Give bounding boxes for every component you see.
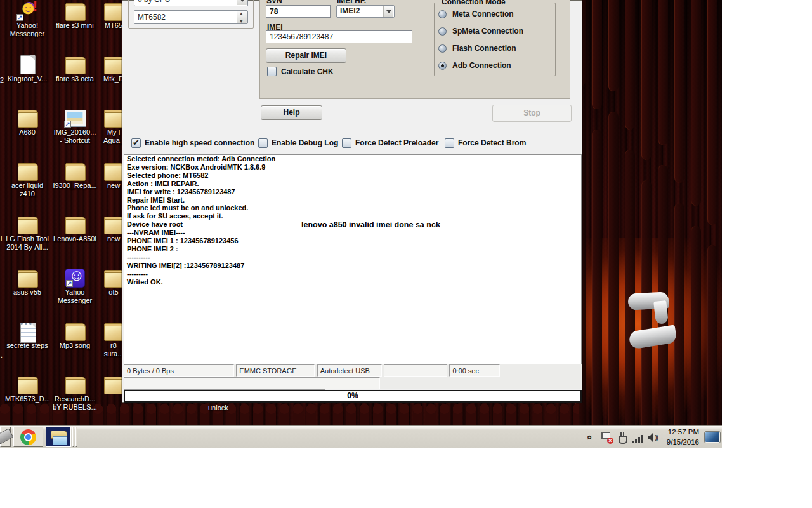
desktop-icon-label: IMG_20160... - Shortcut [53,128,97,145]
desktop-icon[interactable]: Yahoo! Messenger [5,2,49,38]
desktop-icon-label: Yahoo! Messenger [5,22,49,38]
tray-icon[interactable] [632,432,644,443]
desktop-icon-label: Mp3 song [53,342,97,350]
desktop-icon[interactable]: flare s3 octa [53,55,97,83]
desktop-icon-glyph [63,109,86,128]
spinner-arrows-icon[interactable] [237,11,247,23]
dropdown-arrow-icon[interactable] [383,6,393,17]
taskbar-stacked-window-edge[interactable] [75,427,77,447]
tray-icon[interactable] [600,432,612,443]
desktop-icon[interactable]: ResearchD... bY RUBELS... [53,375,97,411]
desktop-icon-label: asus v55 [5,288,49,297]
imei-panel: SVN 78 IMEI HF. IMEI2 IMEI 1234567891234… [259,0,570,99]
log-line: ---------- [124,253,581,262]
desktop-icon[interactable]: asus v55 [5,269,49,297]
phone-model-spinner[interactable]: MT6582 [134,10,248,24]
desktop-icon-label: Yahoo Messenger [53,288,97,305]
taskbar-explorer-button[interactable] [46,427,71,447]
imei-hf-label: IMEI HF. [337,0,366,5]
tray-icons: )) [582,432,662,443]
svn-input[interactable]: 78 [266,5,331,18]
imei-input[interactable]: 123456789123487 [266,30,412,43]
desktop-icon-glyph [63,322,86,341]
imei-hf-dropdown[interactable]: IMEI2 [336,5,395,18]
desktop-icon[interactable]: acer liquid z410 [5,162,49,198]
desktop-icon-glyph [63,375,86,394]
desktop-icon-glyph [16,322,39,341]
folder-window-icon [53,436,67,445]
calculate-chk-checkbox[interactable] [267,67,277,76]
log-line: Writed OK. [124,278,581,286]
checkbox-icon [258,138,268,148]
shortcut-arrow-icon [64,121,71,128]
radio-label: SpMeta Connection [452,27,523,36]
cpu-order-dropdown-value: 0 by CPU [138,0,170,4]
checkbox-icon [131,138,141,148]
desktop-icon[interactable]: Lenovo-A850i [53,215,97,243]
log-line: If ask for SU acces, accept it. [124,212,581,220]
status-cell: 0:00 sec [449,364,500,377]
option-checkbox[interactable]: Enable high speed connection [131,138,254,148]
connection-mode-groupbox: Connection Mode Meta Connection SpMeta C… [434,3,556,76]
help-button[interactable]: Help [261,105,322,120]
desktop-icon[interactable]: I9300_Repa... [53,162,97,190]
status-bar-secondary [124,377,582,389]
tray-icon[interactable]: )) [648,432,660,443]
desktop-icon[interactable]: Kingroot_V... [5,55,49,83]
radio-icon [438,10,447,18]
cpu-order-dropdown[interactable]: 0 by CPU [134,0,248,6]
watermark-text: lenovo a850 invalid imei done sa nck [301,220,440,229]
option-checkbox[interactable]: Force Detect Brom [445,138,526,148]
wallpaper-stripe-pills [574,0,722,425]
desktop-label-fragment: 2 [0,76,4,84]
connection-mode-radio[interactable]: SpMeta Connection [438,25,523,37]
repair-imei-button[interactable]: Repair IMEI [266,48,346,63]
desktop-icon-glyph [16,375,39,394]
desktop-icon-glyph [65,269,85,288]
desktop-icon-glyph [63,2,86,21]
desktop-icon[interactable]: Yahoo Messenger [53,269,97,305]
desktop-label-fragment: unlock [208,404,228,411]
desktop-icon[interactable]: secrete steps [5,322,49,350]
desktop-icon-glyph [63,162,86,181]
desktop-icon-glyph [16,2,39,21]
desktop-icon-label: acer liquid z410 [5,182,49,198]
shortcut-arrow-icon [66,280,73,287]
log-output-area[interactable]: Selected connection metod: Adb Connectio… [124,154,582,364]
desktop-icon-glyph [16,215,39,234]
desktop-icon[interactable]: Mp3 song [53,322,97,350]
desktop-icon-glyph [63,55,86,74]
checkbox-label: Enable Debug Log [272,138,338,147]
imei-hf-value: IMEI2 [340,6,360,15]
desktop-icon-glyph [16,162,39,181]
taskbar[interactable]: )) 12:57 PM 9/15/2016 [0,425,722,448]
desktop-icon-label: A680 [5,128,49,137]
taskbar-partial-app-button[interactable] [0,427,11,447]
desktop-label-fragment: . [1,351,3,359]
desktop-icon[interactable]: IMG_20160... - Shortcut [53,109,97,145]
desktop-icon-label: Kingroot_V... [5,75,49,83]
desktop-icon[interactable]: MTK6573_D... [5,375,49,403]
connection-mode-radio[interactable]: Adb Connection [438,60,511,71]
show-desktop-button[interactable] [705,432,720,443]
log-line: WRITING IMEI[2] :123456789123487 [124,262,581,270]
option-checkbox[interactable]: Enable Debug Log [258,138,338,148]
tray-icon[interactable] [584,432,596,443]
checkbox-icon [445,138,454,148]
desktop[interactable]: Yahoo! Messenger Kingroot_V... A680 acer… [0,0,722,425]
progress-bar: 0% [124,390,582,403]
taskbar-clock[interactable]: 12:57 PM 9/15/2016 [667,427,699,447]
desktop-icon[interactable]: LG Flash Tool 2014 By-All... [5,215,49,251]
taskbar-stacked-window-edge[interactable] [72,427,74,447]
taskbar-chrome-button[interactable] [13,427,43,447]
desktop-icon[interactable]: A680 [5,109,49,137]
dropdown-arrow-icon[interactable] [237,0,247,5]
status-cell: 0 Bytes / 0 Bps [124,364,234,377]
desktop-icon-label: ResearchD... bY RUBELS... [53,395,97,411]
connection-mode-radio[interactable]: Meta Connection [438,8,514,20]
tray-icon[interactable] [616,432,628,443]
connection-mode-radio[interactable]: Flash Connection [438,43,516,54]
desktop-icon[interactable]: flare s3 mini [53,2,97,30]
option-checkbox[interactable]: Force Detect Preloader [342,138,438,148]
stop-button[interactable]: Stop [492,105,572,122]
